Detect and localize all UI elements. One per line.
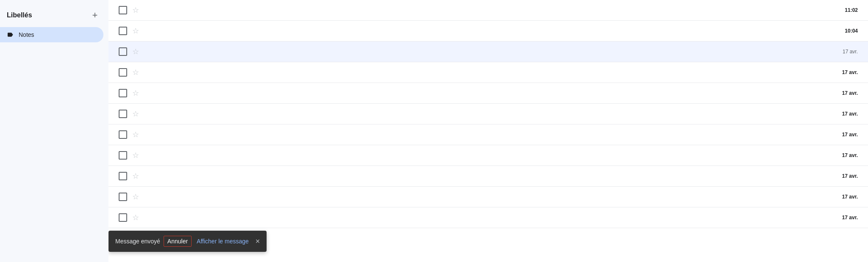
snackbar-close-button[interactable]: × bbox=[256, 237, 260, 246]
star-icon[interactable]: ☆ bbox=[131, 212, 141, 223]
email-row[interactable]: ☆ 17 avr. bbox=[108, 62, 868, 83]
email-list: ☆ 11:02 ☆ 10:04 ☆ 17 avr. ☆ bbox=[108, 0, 868, 262]
email-row[interactable]: ☆ 17 avr. bbox=[108, 145, 868, 166]
sidebar-title: Libellés bbox=[7, 11, 32, 19]
star-icon[interactable]: ☆ bbox=[131, 192, 141, 202]
star-icon[interactable]: ☆ bbox=[131, 171, 141, 181]
star-icon[interactable]: ☆ bbox=[131, 5, 141, 15]
email-row[interactable]: ☆ 11:02 bbox=[108, 0, 868, 21]
star-icon[interactable]: ☆ bbox=[131, 88, 141, 98]
star-icon[interactable]: ☆ bbox=[131, 130, 141, 140]
row-checkbox[interactable] bbox=[119, 27, 127, 35]
add-label-button[interactable]: + bbox=[88, 8, 102, 22]
email-row[interactable]: ☆ 17 avr. bbox=[108, 124, 868, 145]
snackbar-message: Message envoyé bbox=[115, 238, 160, 245]
email-date: 17 avr. bbox=[832, 69, 858, 75]
row-checkbox[interactable] bbox=[119, 47, 127, 56]
email-row[interactable]: ☆ 17 avr. bbox=[108, 104, 868, 124]
email-row[interactable]: ☆ 17 avr. bbox=[108, 166, 868, 187]
sidebar-header: Libellés + bbox=[0, 3, 108, 27]
email-date: 17 avr. bbox=[832, 132, 858, 138]
email-date: 17 avr. bbox=[832, 152, 858, 158]
email-date: 17 avr. bbox=[832, 194, 858, 200]
email-row[interactable]: ☆ 17 avr. bbox=[108, 41, 868, 62]
star-icon[interactable]: ☆ bbox=[131, 109, 141, 119]
row-checkbox[interactable] bbox=[119, 151, 127, 160]
email-row[interactable]: ☆ 17 avr. bbox=[108, 83, 868, 104]
email-date: 17 avr. bbox=[832, 90, 858, 96]
row-checkbox[interactable] bbox=[119, 213, 127, 222]
sidebar-item-notes-label: Notes bbox=[19, 31, 34, 38]
row-checkbox[interactable] bbox=[119, 68, 127, 77]
snackbar-cancel-button[interactable]: Annuler bbox=[164, 236, 192, 247]
email-row[interactable]: ☆ 10:04 bbox=[108, 21, 868, 41]
email-date: 10:04 bbox=[832, 28, 858, 34]
main-content: ☆ 11:02 ☆ 10:04 ☆ 17 avr. ☆ bbox=[108, 0, 868, 262]
email-row[interactable]: ☆ 17 avr. bbox=[108, 187, 868, 207]
star-icon[interactable]: ☆ bbox=[131, 47, 141, 57]
star-icon[interactable]: ☆ bbox=[131, 150, 141, 160]
email-row[interactable]: ☆ 17 avr. bbox=[108, 207, 868, 228]
row-checkbox[interactable] bbox=[119, 130, 127, 139]
sidebar: Libellés + Notes bbox=[0, 0, 108, 262]
star-icon[interactable]: ☆ bbox=[131, 26, 141, 36]
email-date: 11:02 bbox=[832, 7, 858, 13]
star-icon[interactable]: ☆ bbox=[131, 67, 141, 77]
row-checkbox[interactable] bbox=[119, 193, 127, 201]
email-date: 17 avr. bbox=[832, 173, 858, 179]
row-checkbox[interactable] bbox=[119, 172, 127, 180]
row-checkbox[interactable] bbox=[119, 89, 127, 97]
tag-icon bbox=[7, 31, 14, 38]
snackbar: Message envoyé Annuler Afficher le messa… bbox=[108, 231, 267, 252]
email-date: 17 avr. bbox=[832, 215, 858, 221]
sidebar-item-notes[interactable]: Notes bbox=[0, 27, 103, 42]
email-date: 17 avr. bbox=[832, 49, 858, 55]
email-date: 17 avr. bbox=[832, 111, 858, 117]
row-checkbox[interactable] bbox=[119, 110, 127, 118]
snackbar-view-button[interactable]: Afficher le message bbox=[193, 236, 252, 246]
row-checkbox[interactable] bbox=[119, 6, 127, 14]
